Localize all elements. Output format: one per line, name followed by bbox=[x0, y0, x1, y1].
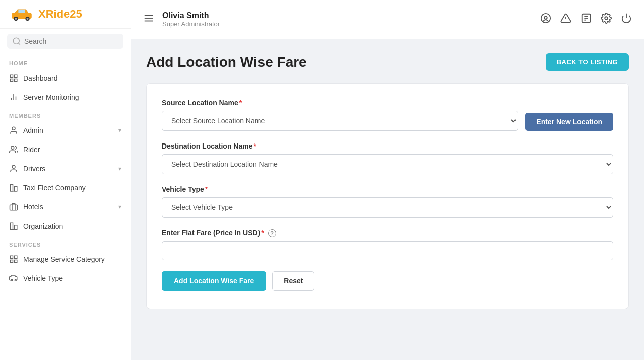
sidebar-item-manage-service-label: Manage Service Category bbox=[23, 255, 121, 263]
logo-car-icon bbox=[9, 7, 34, 21]
svg-point-15 bbox=[12, 127, 15, 130]
chart-icon bbox=[9, 93, 18, 102]
vehicle-type-label: Vehicle Type* bbox=[162, 185, 613, 193]
svg-rect-25 bbox=[10, 260, 13, 263]
svg-point-27 bbox=[11, 279, 13, 281]
user-name: Olivia Smith bbox=[162, 11, 220, 20]
sidebar-item-taxi-fleet-label: Taxi Fleet Company bbox=[23, 184, 121, 192]
source-location-row: Select Source Location Name Enter New Lo… bbox=[162, 111, 613, 131]
section-members-label: MEMBERS bbox=[0, 107, 131, 121]
sidebar-item-dashboard-label: Dashboard bbox=[23, 74, 121, 82]
sidebar-item-organization[interactable]: Organization bbox=[0, 217, 131, 236]
main-area: Olivia Smith Super Administrator bbox=[131, 0, 644, 360]
vehicle-type-select[interactable]: Select Vehicle Type bbox=[162, 197, 613, 218]
form-actions: Add Location Wise Fare Reset bbox=[162, 271, 613, 291]
sidebar-item-organization-label: Organization bbox=[23, 222, 121, 230]
sidebar-item-server-monitoring[interactable]: Server Monitoring bbox=[0, 88, 131, 107]
driver-user-icon bbox=[9, 164, 18, 173]
destination-location-select[interactable]: Select Destination Location Name bbox=[162, 154, 613, 174]
flat-fare-group: Enter Flat Fare (Price In USD)* ? bbox=[162, 229, 613, 260]
search-container bbox=[0, 29, 131, 54]
hotel-icon bbox=[9, 202, 18, 211]
svg-rect-5 bbox=[18, 10, 25, 13]
svg-point-6 bbox=[13, 38, 19, 44]
brand-name: XRide25 bbox=[38, 8, 82, 21]
svg-rect-10 bbox=[10, 79, 13, 82]
svg-rect-22 bbox=[15, 225, 17, 230]
car-icon bbox=[9, 274, 18, 283]
gear-icon[interactable] bbox=[601, 13, 612, 26]
source-location-label: Source Location Name* bbox=[162, 99, 613, 107]
vehicle-type-group: Vehicle Type* Select Vehicle Type bbox=[162, 185, 613, 218]
sidebar-item-vehicle-type-label: Vehicle Type bbox=[23, 274, 121, 282]
sidebar-item-dashboard[interactable]: Dashboard bbox=[0, 68, 131, 88]
sidebar-item-admin-label: Admin bbox=[23, 126, 113, 134]
svg-point-2 bbox=[15, 18, 17, 20]
svg-point-4 bbox=[26, 18, 28, 20]
svg-point-32 bbox=[541, 14, 550, 23]
sidebar-item-hotels-label: Hotels bbox=[23, 203, 113, 211]
sidebar-item-rider-label: Rider bbox=[23, 146, 121, 154]
svg-rect-26 bbox=[15, 260, 17, 263]
service-icon bbox=[9, 255, 18, 264]
user-circle-icon[interactable] bbox=[540, 13, 551, 26]
svg-point-39 bbox=[605, 17, 608, 20]
page-title: Add Location Wise Fare bbox=[146, 54, 307, 70]
chevron-down-icon: ▾ bbox=[118, 127, 121, 134]
search-icon bbox=[12, 37, 21, 46]
svg-rect-19 bbox=[15, 187, 17, 191]
grid-icon bbox=[9, 74, 18, 83]
users-icon bbox=[9, 145, 18, 154]
chevron-down-icon-drivers: ▾ bbox=[118, 165, 121, 172]
svg-rect-18 bbox=[10, 184, 13, 191]
notes-icon[interactable] bbox=[581, 13, 592, 26]
org-icon bbox=[9, 222, 18, 231]
chevron-down-icon-hotels: ▾ bbox=[118, 203, 121, 210]
svg-rect-20 bbox=[10, 205, 18, 210]
hamburger-icon[interactable] bbox=[143, 13, 154, 26]
section-services-label: SERVICES bbox=[0, 236, 131, 250]
sidebar-item-manage-service-category[interactable]: Manage Service Category bbox=[0, 250, 131, 269]
user-icon bbox=[9, 126, 18, 135]
sidebar-item-admin[interactable]: Admin ▾ bbox=[0, 121, 131, 140]
user-info: Olivia Smith Super Administrator bbox=[162, 11, 220, 28]
sidebar-item-drivers-label: Drivers bbox=[23, 165, 113, 173]
form-card: Source Location Name* Select Source Loca… bbox=[146, 83, 629, 309]
svg-rect-9 bbox=[15, 75, 17, 77]
topbar: Olivia Smith Super Administrator bbox=[131, 0, 644, 39]
sidebar-item-rider[interactable]: Rider bbox=[0, 140, 131, 159]
back-to-listing-button[interactable]: BACK TO LISTING bbox=[546, 53, 629, 71]
destination-location-label: Destination Location Name* bbox=[162, 142, 613, 150]
svg-point-16 bbox=[11, 146, 14, 149]
page-header: Add Location Wise Fare BACK TO LISTING bbox=[146, 53, 629, 71]
topbar-right bbox=[540, 13, 632, 26]
source-location-group: Source Location Name* Select Source Loca… bbox=[162, 99, 613, 131]
svg-line-7 bbox=[18, 43, 20, 44]
svg-rect-11 bbox=[15, 79, 17, 82]
alert-triangle-icon[interactable] bbox=[560, 13, 571, 26]
flat-fare-label: Enter Flat Fare (Price In USD)* ? bbox=[162, 229, 613, 237]
sidebar-item-taxi-fleet-company[interactable]: Taxi Fleet Company bbox=[0, 178, 131, 197]
svg-rect-21 bbox=[10, 223, 13, 230]
topbar-left: Olivia Smith Super Administrator bbox=[143, 11, 220, 28]
sidebar-item-vehicle-type[interactable]: Vehicle Type bbox=[0, 269, 131, 288]
brand-logo: XRide25 bbox=[0, 0, 131, 29]
svg-point-17 bbox=[12, 165, 15, 168]
source-location-select[interactable]: Select Source Location Name bbox=[162, 111, 518, 131]
sidebar-item-hotels[interactable]: Hotels ▾ bbox=[0, 197, 131, 217]
add-location-wise-fare-button[interactable]: Add Location Wise Fare bbox=[162, 271, 266, 291]
sidebar-item-drivers[interactable]: Drivers ▾ bbox=[0, 159, 131, 178]
user-role: Super Administrator bbox=[162, 20, 220, 28]
svg-rect-8 bbox=[10, 75, 13, 77]
info-icon[interactable]: ? bbox=[268, 229, 276, 237]
power-icon[interactable] bbox=[621, 13, 632, 26]
reset-button[interactable]: Reset bbox=[272, 271, 314, 291]
flat-fare-input[interactable] bbox=[162, 241, 613, 260]
enter-new-location-button[interactable]: Enter New Location bbox=[525, 113, 613, 131]
sidebar: XRide25 HOME Dashboard Server Monitoring… bbox=[0, 0, 131, 360]
building-icon bbox=[9, 183, 18, 192]
svg-rect-23 bbox=[10, 256, 13, 258]
destination-location-group: Destination Location Name* Select Destin… bbox=[162, 142, 613, 174]
search-input[interactable] bbox=[24, 37, 118, 45]
section-home-label: HOME bbox=[0, 54, 131, 68]
